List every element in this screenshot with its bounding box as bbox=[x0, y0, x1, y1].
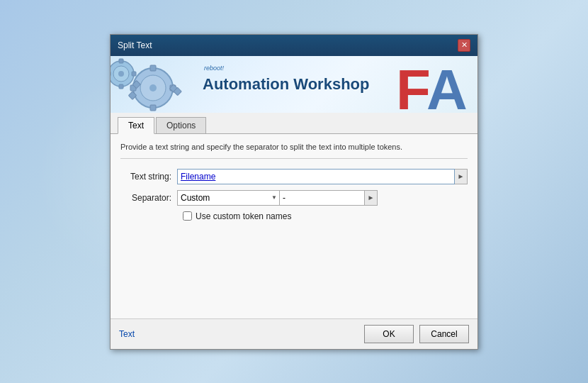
description-text: Provide a text string and specify the se… bbox=[120, 143, 468, 159]
svg-rect-4 bbox=[150, 105, 156, 111]
svg-text:A: A bbox=[426, 58, 468, 113]
text-string-label: Text string: bbox=[120, 172, 177, 182]
text-string-browse-button[interactable]: ► bbox=[455, 169, 468, 184]
footer-text-link[interactable]: Text bbox=[119, 329, 135, 339]
custom-token-label: Use custom token names bbox=[196, 211, 291, 221]
ok-button[interactable]: OK bbox=[364, 325, 414, 343]
tab-options[interactable]: Options bbox=[156, 117, 206, 133]
separator-browse-button[interactable]: ► bbox=[365, 190, 378, 206]
banner-logo: F A bbox=[392, 56, 477, 113]
banner-title: Automation Workshop bbox=[203, 75, 369, 94]
custom-separator-input[interactable] bbox=[280, 190, 365, 206]
footer-buttons: OK Cancel bbox=[364, 325, 469, 343]
title-bar: Split Text ✕ bbox=[111, 35, 477, 56]
svg-rect-14 bbox=[119, 59, 123, 63]
svg-point-2 bbox=[149, 84, 157, 91]
fa-logo-svg: F A bbox=[392, 56, 477, 113]
separator-row: Separator: Custom Comma Space Tab Semico… bbox=[120, 190, 468, 206]
checkbox-row: Use custom token names bbox=[183, 211, 468, 221]
cancel-button[interactable]: Cancel bbox=[419, 325, 469, 343]
custom-token-checkbox[interactable] bbox=[183, 211, 192, 221]
dialog-body: Provide a text string and specify the se… bbox=[111, 134, 477, 318]
dialog-footer: Text OK Cancel bbox=[111, 318, 477, 349]
svg-rect-3 bbox=[150, 65, 156, 71]
split-text-dialog: Split Text ✕ bbox=[110, 34, 478, 350]
separator-select[interactable]: Custom Comma Space Tab Semicolon Pipe bbox=[177, 190, 280, 206]
svg-point-13 bbox=[118, 71, 124, 77]
svg-text:F: F bbox=[396, 58, 431, 113]
banner: reboot! Automation Workshop F A bbox=[111, 56, 477, 113]
close-button[interactable]: ✕ bbox=[458, 39, 470, 52]
text-string-row: Text string: ► bbox=[120, 169, 468, 184]
svg-rect-15 bbox=[119, 84, 123, 89]
svg-rect-16 bbox=[132, 72, 136, 76]
separator-select-wrapper: Custom Comma Space Tab Semicolon Pipe bbox=[177, 190, 280, 206]
banner-subtitle: reboot! bbox=[204, 65, 224, 72]
tab-text[interactable]: Text bbox=[118, 117, 154, 134]
tabs-row: Text Options bbox=[111, 113, 477, 134]
dialog-title: Split Text bbox=[118, 40, 152, 50]
separator-label: Separator: bbox=[120, 193, 177, 203]
text-string-input[interactable] bbox=[177, 169, 455, 184]
